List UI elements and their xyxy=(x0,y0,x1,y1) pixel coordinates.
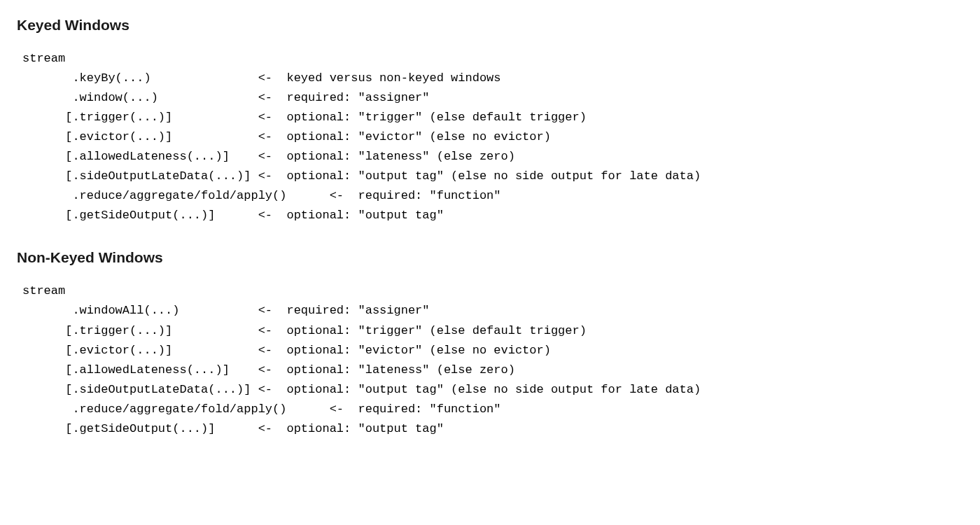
keyed-windows-heading: Keyed Windows xyxy=(17,17,963,34)
keyed-windows-code: stream .keyBy(...) <- keyed versus non-k… xyxy=(17,49,963,225)
non-keyed-windows-section: Non-Keyed Windows stream .windowAll(...)… xyxy=(17,249,963,438)
non-keyed-windows-heading: Non-Keyed Windows xyxy=(17,249,963,266)
keyed-windows-section: Keyed Windows stream .keyBy(...) <- keye… xyxy=(17,17,963,225)
non-keyed-windows-code: stream .windowAll(...) <- required: "ass… xyxy=(17,281,963,438)
